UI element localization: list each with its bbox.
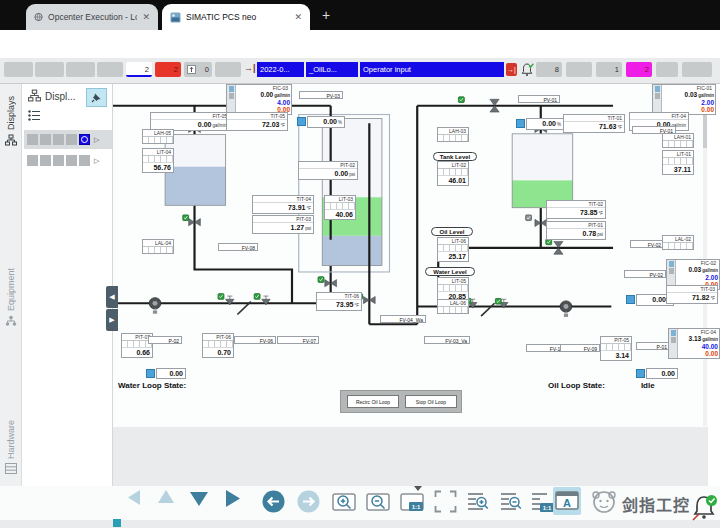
pump-P-02[interactable] — [149, 298, 161, 314]
app-window: Opcenter Execution - Lo... ✕ SIMATIC PCS… — [0, 0, 720, 528]
toolbar-button-5[interactable] — [215, 62, 241, 77]
thumb-square — [79, 155, 90, 166]
sidebar-tab-hardware[interactable]: Hardware — [0, 420, 22, 490]
lock-icon — [564, 314, 568, 317]
history-forward-icon[interactable] — [297, 490, 320, 513]
thumb-square — [27, 134, 38, 145]
pid-diagram — [113, 84, 708, 427]
history-back-icon[interactable] — [262, 490, 285, 513]
toggle-labels-button[interactable]: A — [553, 487, 581, 515]
oil-loop-state: Oil Loop State:Idle — [548, 381, 655, 390]
watermark-text: 剑指工控 — [622, 492, 690, 516]
new-tab-button[interactable]: + — [322, 7, 330, 23]
water-tank[interactable] — [165, 135, 226, 206]
tab-label: Opcenter Execution - Lo... — [48, 12, 137, 22]
lock-icon — [153, 311, 157, 314]
thumb-square — [27, 155, 38, 166]
expand-icon[interactable]: ▷ — [94, 136, 99, 144]
browser-tab-strip: Opcenter Execution - Lo... ✕ SIMATIC PCS… — [0, 0, 720, 30]
thumb-square — [40, 155, 51, 166]
panel-title: Displ... — [45, 91, 76, 102]
sidebar-tab-equipment[interactable]: Equipment — [0, 268, 22, 346]
svg-text:1:1: 1:1 — [543, 505, 552, 511]
tab-close-icon[interactable]: ✕ — [294, 12, 302, 22]
upload-count-badge[interactable]: 0 — [184, 62, 212, 77]
thumb-square-active — [79, 134, 90, 145]
toolbar-button-3[interactable] — [66, 62, 95, 77]
water-loop-state: Water Loop State: — [118, 381, 214, 390]
canvas-vertical-scrollbar[interactable] — [703, 86, 707, 426]
toolbar-button-7[interactable] — [656, 62, 678, 77]
pin-panel-button[interactable] — [86, 88, 107, 107]
alarm-count-badge[interactable]: 2 — [155, 62, 181, 77]
thumb-square — [40, 134, 51, 145]
zoom-out-view-icon[interactable] — [366, 490, 391, 515]
expand-icon[interactable]: ▷ — [94, 157, 99, 165]
canvas-lower-margin — [113, 427, 708, 486]
nav-up-icon[interactable] — [158, 490, 174, 503]
list-view-icon[interactable] — [28, 110, 41, 121]
pcsneo-favicon-icon — [170, 12, 181, 23]
bottom-margin — [0, 520, 720, 528]
count-badge-b[interactable]: 1 — [596, 62, 622, 77]
tab-label: SIMATIC PCS neo — [186, 12, 256, 22]
pump-P-01[interactable] — [560, 301, 572, 317]
toolbar-button-4[interactable] — [97, 62, 123, 77]
fit-screen-icon[interactable] — [434, 490, 457, 513]
breadcrumb-operator-input[interactable]: Operator input — [360, 62, 504, 77]
alarm-bell-ack-icon[interactable] — [520, 62, 535, 77]
thumb-square — [66, 134, 77, 145]
magenta-count-badge[interactable]: 2 — [626, 62, 652, 77]
session-badge[interactable]: 2 — [126, 62, 152, 77]
panel-collapse-right-button[interactable]: ▶ — [106, 309, 118, 331]
toolbar-button-1[interactable] — [4, 62, 33, 77]
list-zoom-in-icon[interactable] — [466, 490, 491, 515]
alarm-jump-icon[interactable]: →| — [506, 63, 517, 76]
browser-address-bar: ← → 190404-ss.pcsneo.testbed 2 ••• — [0, 30, 720, 58]
equipment-icon — [5, 315, 17, 327]
tab-close-icon[interactable]: ✕ — [142, 12, 150, 22]
watermark-logo-icon — [590, 488, 618, 514]
nav-back-icon[interactable] — [128, 490, 141, 505]
hardware-rack-icon — [5, 463, 17, 474]
zoom-in-view-icon[interactable] — [332, 490, 357, 515]
jump-arrow-icon[interactable]: →| — [244, 63, 256, 73]
globe-favicon-icon — [34, 12, 43, 22]
panel-collapse-left-button[interactable]: ◀ — [106, 286, 118, 308]
oil-loop-state-value: Idle — [641, 381, 655, 390]
toolbar-button-8[interactable] — [682, 62, 712, 77]
list-1-1-icon[interactable]: 1:1 — [530, 490, 555, 515]
browser-tab-opcenter[interactable]: Opcenter Execution - Lo... ✕ — [26, 4, 158, 30]
breadcrumb-display[interactable]: _OilLo... — [306, 62, 358, 77]
nav-forward-icon[interactable] — [226, 490, 240, 507]
svg-text:A: A — [563, 497, 571, 509]
labels-a-icon: A — [555, 490, 579, 512]
oil-tank[interactable] — [512, 134, 573, 208]
displays-hierarchy-icon — [5, 134, 17, 146]
displays-panel — [22, 84, 113, 520]
zoom-1-1-view-icon[interactable]: 1:1 — [400, 490, 425, 515]
sidebar-tab-displays[interactable]: Displays — [0, 96, 22, 186]
corner-accent — [113, 519, 121, 527]
browser-tab-pcsneo[interactable]: SIMATIC PCS neo ✕ — [162, 4, 310, 30]
up-arrow-icon — [187, 65, 196, 74]
toolbar-button-6[interactable] — [566, 62, 592, 77]
thumb-square — [53, 134, 64, 145]
recirc-oil-loop-button[interactable]: Recirc Oil Loop — [347, 395, 399, 408]
list-zoom-out-icon[interactable] — [499, 490, 524, 515]
alarm-status-bell-icon[interactable] — [690, 492, 718, 522]
breadcrumb-date[interactable]: 2022-0... — [257, 62, 304, 77]
pin-icon — [91, 92, 102, 103]
stop-oil-loop-button[interactable]: Stop Oil Loop — [405, 395, 457, 408]
thumb-square — [53, 155, 64, 166]
manual-valve-slash-right[interactable] — [481, 303, 494, 316]
oil-loop-button-panel: Recirc Oil Loop Stop Oil Loop — [340, 390, 462, 413]
panel-handle-icon[interactable] — [414, 486, 422, 491]
thumb-square — [66, 155, 77, 166]
nav-down-icon[interactable] — [190, 492, 208, 506]
display-tree-item-selected[interactable]: ▷ — [24, 130, 112, 149]
panel-hierarchy-icon — [28, 89, 41, 102]
count-badge-a[interactable]: 8 — [536, 62, 562, 77]
toolbar-button-2[interactable] — [35, 62, 64, 77]
display-tree-item[interactable]: ▷ — [24, 151, 112, 170]
